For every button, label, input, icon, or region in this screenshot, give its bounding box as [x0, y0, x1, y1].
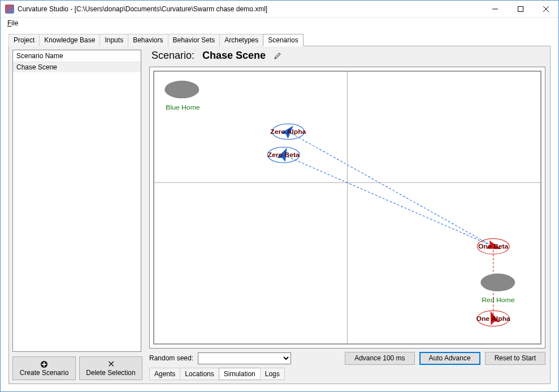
- home-ellipse: [164, 81, 199, 98]
- scenario-row[interactable]: Chase Scene: [13, 62, 141, 72]
- edit-icon[interactable]: [274, 52, 281, 60]
- reset-button[interactable]: Reset to Start: [485, 352, 545, 365]
- tab-knowledge-base[interactable]: Knowledge Base: [39, 34, 100, 46]
- svg-line-2: [543, 6, 549, 12]
- scenario-list-header: Scenario Name: [13, 50, 141, 62]
- tab-archetypes[interactable]: Archetypes: [219, 34, 263, 46]
- create-scenario-label: Create Scenario: [20, 369, 69, 377]
- bottom-tabs: AgentsLocationsSimulationLogs: [149, 368, 284, 380]
- tab-project[interactable]: Project: [8, 34, 40, 46]
- app-icon: [5, 5, 14, 14]
- main-tabs: ProjectKnowledge BaseInputsBehaviorsBeha…: [8, 33, 551, 46]
- random-seed-label: Random seed:: [149, 354, 193, 362]
- plus-circle-icon: [40, 360, 48, 368]
- minimize-button[interactable]: [482, 1, 508, 17]
- home-ellipse: [480, 273, 515, 291]
- delete-selection-label: Delete Selection: [86, 369, 135, 377]
- create-scenario-button[interactable]: Create Scenario: [12, 356, 76, 380]
- btab-simulation[interactable]: Simulation: [219, 368, 261, 380]
- svg-line-10: [284, 155, 493, 246]
- agent-label: One Beta: [478, 242, 509, 250]
- svg-line-3: [543, 6, 549, 12]
- simulation-viewport[interactable]: Blue HomeRed HomeZero AlphaZero BetaOne …: [149, 67, 545, 349]
- agent-label: One Alpha: [476, 315, 510, 323]
- agent-label: Zero Alpha: [270, 128, 306, 136]
- svg-line-9: [288, 132, 493, 246]
- delete-selection-button[interactable]: ✕ Delete Selection: [79, 356, 142, 380]
- tab-behaviors[interactable]: Behaviors: [128, 34, 168, 46]
- random-seed-select[interactable]: [198, 352, 291, 364]
- btab-locations[interactable]: Locations: [180, 368, 219, 380]
- btab-logs[interactable]: Logs: [260, 368, 285, 380]
- auto-advance-button[interactable]: Auto Advance: [419, 352, 480, 365]
- scenario-label: Scenario:: [151, 50, 194, 62]
- x-icon: ✕: [107, 360, 115, 368]
- maximize-button[interactable]: [508, 1, 533, 17]
- scenario-name: Chase Scene: [202, 50, 266, 62]
- close-button[interactable]: [533, 1, 558, 17]
- home-label: Red Home: [482, 297, 515, 304]
- tab-behavior-sets[interactable]: Behavior Sets: [168, 34, 220, 46]
- svg-rect-1: [518, 6, 523, 11]
- window-title: Curvature Studio - [C:\Users\donap\Docum…: [18, 5, 482, 13]
- btab-agents[interactable]: Agents: [149, 368, 180, 380]
- advance-button[interactable]: Advance 100 ms: [345, 352, 414, 365]
- tab-inputs[interactable]: Inputs: [99, 34, 128, 46]
- home-label: Blue Home: [166, 103, 200, 111]
- menu-file[interactable]: File: [4, 18, 21, 28]
- agent-label: Zero Beta: [268, 151, 300, 159]
- scenario-list[interactable]: Scenario Name Chase Scene: [12, 50, 141, 352]
- tab-scenarios[interactable]: Scenarios: [263, 34, 303, 46]
